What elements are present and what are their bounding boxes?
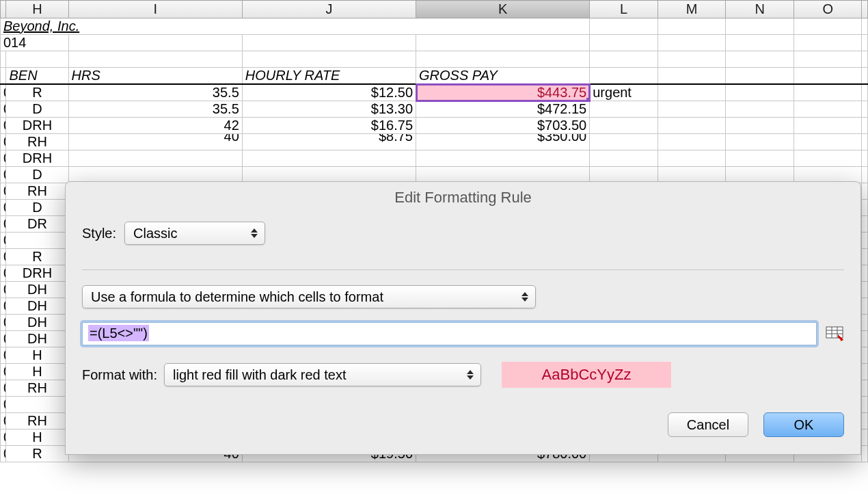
active-cell[interactable]: $443.75	[416, 84, 590, 101]
hdr-hrs: HRS	[68, 68, 242, 85]
range-picker-button[interactable]	[825, 326, 844, 342]
table-row[interactable]: 085 D 35.5 $13.30 $472.15	[1, 101, 868, 118]
rule-type-select[interactable]: Use a formula to determine which cells t…	[82, 285, 536, 308]
hdr-gross-pay: GROSS PAY	[416, 68, 590, 85]
col-header-L[interactable]: L	[590, 1, 658, 18]
col-header-I[interactable]: I	[68, 1, 242, 18]
col-header-J[interactable]: J	[242, 1, 416, 18]
table-row[interactable]: 090 DRH 42 $16.75 $703.50	[1, 118, 868, 134]
formula-input[interactable]: =(L5<>"")	[82, 322, 817, 345]
col-header-O[interactable]: O	[794, 1, 862, 18]
divider	[82, 269, 844, 270]
hdr-hourly-rate: HOURLY RATE	[242, 68, 416, 85]
subtitle-row[interactable]: 014	[1, 35, 868, 51]
table-header-row[interactable]: BEN HRS HOURLY RATE GROSS PAY	[1, 68, 868, 85]
col-header-M[interactable]: M	[657, 1, 726, 18]
chevron-updown-icon	[249, 228, 259, 238]
col-header-K[interactable]: K	[416, 1, 590, 18]
edit-formatting-rule-dialog: Edit Formatting Rule Style: Classic Use …	[65, 181, 861, 455]
col-header-N[interactable]: N	[726, 1, 794, 18]
chevron-updown-icon	[465, 370, 475, 380]
format-preview: AaBbCcYyZz	[502, 362, 671, 388]
style-label: Style:	[82, 226, 116, 241]
table-row[interactable]: 083DRH	[1, 150, 868, 167]
table-row[interactable]: 088 RH 40 $8.75 $350.00	[1, 134, 868, 150]
format-with-label: Format with:	[82, 367, 157, 383]
rule-type-value: Use a formula to determine which cells t…	[91, 289, 383, 305]
formula-text: =(L5<>"")	[88, 325, 149, 341]
format-with-select[interactable]: light red fill with dark red text	[164, 363, 481, 386]
range-picker-icon	[826, 326, 843, 341]
hdr-ben: BEN	[6, 68, 68, 85]
dialog-title: Edit Formatting Rule	[66, 182, 860, 213]
company-title[interactable]: Beyond, Inc.	[1, 18, 590, 35]
style-select-value: Classic	[133, 226, 177, 241]
table-row[interactable]: 087D	[1, 167, 868, 183]
date-fragment[interactable]: 014	[1, 35, 69, 51]
column-header-row[interactable]: H I J K L M N O	[1, 1, 868, 18]
style-select[interactable]: Classic	[124, 222, 265, 245]
ok-button[interactable]: OK	[763, 412, 844, 437]
blank-row[interactable]	[1, 51, 868, 68]
title-row[interactable]: Beyond, Inc.	[1, 18, 868, 35]
format-with-value: light red fill with dark red text	[173, 367, 346, 383]
table-row[interactable]: 086 R 35.5 $12.50 $443.75 urgent	[1, 84, 868, 101]
svg-rect-0	[826, 327, 843, 338]
col-header-H[interactable]: H	[6, 1, 68, 18]
cancel-button[interactable]: Cancel	[668, 412, 748, 437]
chevron-updown-icon	[520, 292, 530, 302]
